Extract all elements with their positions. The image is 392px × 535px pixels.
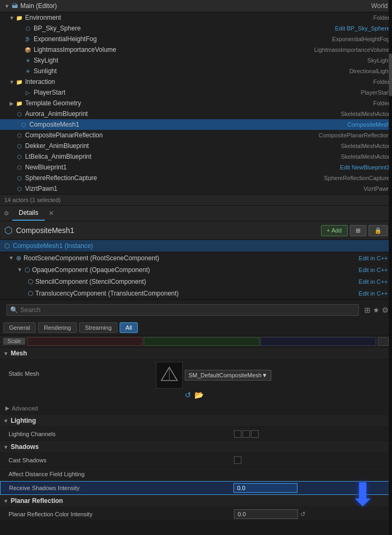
expand-opaque[interactable]: ▼ bbox=[17, 267, 22, 273]
bp-sky-type[interactable]: Edit BP_Sky_Sphere bbox=[335, 25, 392, 32]
planar-reflection-header[interactable]: ▼ Planar Reflection bbox=[0, 495, 392, 507]
mesh-section-header[interactable]: ▼ Mesh bbox=[0, 347, 392, 360]
add-button[interactable]: + Add bbox=[321, 225, 348, 236]
lock-scale[interactable] bbox=[378, 337, 389, 346]
tree-item-composite-planar[interactable]: ⬡ CompositePlanarReflection CompositePla… bbox=[0, 130, 392, 141]
edit-translucent-cpp[interactable]: Edit in C++ bbox=[359, 290, 388, 297]
stencil-icon: ⬡ bbox=[28, 278, 33, 285]
newblueprint-type[interactable]: Edit NewBlueprint1 bbox=[340, 164, 392, 170]
outliner-tree: ▼ 📁 Environment Folder ⬡ BP_Sky_Sphere E… bbox=[0, 12, 392, 194]
mesh-dropdown[interactable]: SM_DefaultCompositeMesh ▼ bbox=[185, 370, 271, 381]
mesh-preview bbox=[156, 362, 183, 389]
search-input[interactable] bbox=[20, 306, 355, 314]
comp-tree-stencil[interactable]: ⬡ StencilComponent (StencilComponent) Ed… bbox=[0, 276, 392, 288]
filter-general[interactable]: General bbox=[3, 322, 36, 333]
scrollbar-track[interactable] bbox=[389, 0, 392, 535]
folder-icon-template: 📁 bbox=[15, 99, 23, 107]
actor-icon-newblueprint: ⬡ bbox=[15, 163, 23, 172]
playerstart-type: PlayerStart bbox=[361, 89, 392, 96]
edit-opaque-cpp[interactable]: Edit in C++ bbox=[359, 267, 388, 273]
actor-icon-compositemesh: ⬡ bbox=[19, 120, 28, 129]
tree-item-playerstart[interactable]: ▷ PlayerStart PlayerStart bbox=[0, 87, 392, 98]
affect-distance-row: Affect Distance Field Lighting bbox=[0, 467, 392, 481]
expand-interaction[interactable]: ▼ bbox=[9, 79, 15, 85]
tree-item-ltbelica[interactable]: ⬡ LtBelica_AnimBlueprint SkeletalMeshAct… bbox=[0, 151, 392, 162]
reset-planar-reflection-icon[interactable]: ↺ bbox=[300, 510, 305, 518]
cast-shadows-checkbox[interactable] bbox=[234, 456, 241, 464]
lighting-section-title: Lighting bbox=[11, 417, 389, 424]
vizrtpawn-label: VizrtPawn1 bbox=[25, 185, 57, 192]
tree-item-bp-sky[interactable]: ⬡ BP_Sky_Sphere Edit BP_Sky_Sphere bbox=[0, 23, 392, 34]
tree-item-aurora[interactable]: ⬡ Aurora_AnimBlueprint SkeletalMeshActor bbox=[0, 108, 392, 119]
filter-rendering[interactable]: Rendering bbox=[38, 322, 77, 333]
edit-root-cpp[interactable]: Edit in C++ bbox=[359, 255, 388, 261]
sphere-reflection-type: SphereReflectionCapture bbox=[324, 175, 392, 181]
actor-count: 14 actors (1 selected) bbox=[0, 194, 392, 205]
tree-item-interaction[interactable]: ▼ 📁 Interaction Folder bbox=[0, 76, 392, 87]
layout-button[interactable]: ⊞ bbox=[350, 225, 366, 236]
details-tab[interactable]: Details bbox=[12, 206, 45, 221]
header-buttons: + Add ⊞ 🔒 bbox=[321, 225, 388, 236]
static-mesh-controls: SM_DefaultCompositeMesh ▼ ↺ 📂 bbox=[156, 362, 271, 399]
advanced-row[interactable]: ▶ Advanced bbox=[0, 402, 392, 415]
planar-reflection-input[interactable] bbox=[234, 509, 298, 519]
sunlight-label: Sunlight bbox=[34, 67, 57, 75]
tree-item-template-geo[interactable]: ▶ 📁 Template Geometry Folder bbox=[0, 98, 392, 108]
expand-template-geo[interactable]: ▶ bbox=[9, 100, 15, 106]
channel-1-checkbox[interactable] bbox=[242, 430, 250, 438]
edit-stencil-cpp[interactable]: Edit in C++ bbox=[359, 278, 388, 285]
expand-environment[interactable]: ▼ bbox=[9, 14, 15, 21]
outliner-world-label: World bbox=[371, 2, 388, 10]
grid-view-icon[interactable]: ⊞ bbox=[364, 306, 371, 314]
expand-root[interactable]: ▼ bbox=[9, 255, 14, 261]
filter-all[interactable]: All bbox=[120, 322, 138, 333]
shadows-section-header[interactable]: ▼ Shadows bbox=[0, 441, 392, 453]
tree-item-sphere-reflection[interactable]: ⬡ SphereReflectionCapture SphereReflecti… bbox=[0, 173, 392, 183]
shadows-section: ▼ Shadows Cast Shadows Affect Distance F… bbox=[0, 441, 392, 495]
actor-icon-expfog: 🌫 bbox=[23, 35, 32, 43]
tree-item-expfog[interactable]: 🌫 ExponentialHeightFog ExponentialHeight… bbox=[0, 34, 392, 44]
filter-streaming[interactable]: Streaming bbox=[79, 322, 117, 333]
comp-tree-translucent[interactable]: ⬡ TranslucencyComponent (TranslucentComp… bbox=[0, 288, 392, 299]
tree-item-sunlight[interactable]: ✳ Sunlight DirectionalLight bbox=[0, 66, 392, 76]
component-header: ⬡ CompositeMesh1 + Add ⊞ 🔒 bbox=[0, 221, 392, 240]
tree-item-vizrtpawn[interactable]: ⬡ VizrtPawn1 VizrtPawn bbox=[0, 183, 392, 194]
tree-item-lightmass[interactable]: 📦 LightmassImportanceVolume LightmassImp… bbox=[0, 44, 392, 55]
actor-icon-playerstart: ▷ bbox=[23, 88, 32, 97]
details-tab-close[interactable]: ✕ bbox=[47, 209, 56, 218]
tree-item-newblueprint[interactable]: ⬡ NewBlueprint1 Edit NewBlueprint1 bbox=[0, 162, 392, 173]
comp-tree-opaque[interactable]: ▼ ⬡ OpaqueComponent (OpaqueComponent) Ed… bbox=[0, 264, 392, 276]
tree-item-environment[interactable]: ▼ 📁 Environment Folder bbox=[0, 12, 392, 23]
lighting-section-header[interactable]: ▼ Lighting bbox=[0, 415, 392, 427]
tree-item-skylight[interactable]: ☀ SkyLight SkyLight bbox=[0, 55, 392, 66]
bookmark-icon[interactable]: ★ bbox=[373, 306, 380, 314]
settings-icon[interactable]: ⚙ bbox=[382, 306, 389, 314]
receive-shadows-input[interactable] bbox=[233, 483, 297, 493]
lock-button[interactable]: 🔒 bbox=[369, 225, 388, 236]
scale-z[interactable] bbox=[261, 337, 376, 346]
planar-reflection-color-row: Planar Reflection Color Intensity ↺ bbox=[0, 507, 392, 521]
search-action-icons: ⊞ ★ ⚙ bbox=[364, 306, 389, 314]
playerstart-label: PlayerStart bbox=[34, 89, 65, 96]
tree-item-dekker[interactable]: ⬡ Dekker_AnimBlueprint SkeletalMeshActor bbox=[0, 141, 392, 151]
opaque-icon: ⬡ bbox=[25, 266, 30, 274]
planar-reflection-color-value: ↺ bbox=[234, 509, 389, 519]
details-panel: ⚙ Details ✕ ⬡ CompositeMesh1 + Add ⊞ 🔒 ⬡… bbox=[0, 206, 392, 521]
reset-mesh-icon[interactable]: ↺ bbox=[185, 391, 191, 399]
comp-tree-root[interactable]: ▼ ⊕ RootSceneComponent (RootSceneCompone… bbox=[0, 252, 392, 264]
browse-mesh-icon[interactable]: 📂 bbox=[194, 391, 203, 399]
lighting-channels-checkboxes bbox=[234, 430, 258, 438]
transform-row: Scale bbox=[0, 336, 392, 347]
channel-0-checkbox[interactable] bbox=[234, 430, 241, 438]
scale-y[interactable] bbox=[144, 337, 259, 346]
shadows-expand-icon: ▼ bbox=[3, 444, 9, 450]
search-bar: 🔍 bbox=[6, 304, 359, 316]
scale-x[interactable] bbox=[27, 337, 143, 346]
channel-2-checkbox[interactable] bbox=[251, 430, 258, 438]
tree-item-compositemesh[interactable]: ⬡ CompositeMesh1 CompositeMesh bbox=[0, 119, 392, 130]
details-tab-bar: ⚙ Details ✕ bbox=[0, 206, 392, 221]
folder-icon-interaction: 📁 bbox=[15, 77, 23, 86]
scrollbar-thumb[interactable] bbox=[389, 53, 392, 96]
bp-sky-label: BP_Sky_Sphere bbox=[34, 25, 81, 32]
world-outliner: ▼ 🏔 Main (Editor) World ▼ 📁 Environment … bbox=[0, 0, 392, 206]
